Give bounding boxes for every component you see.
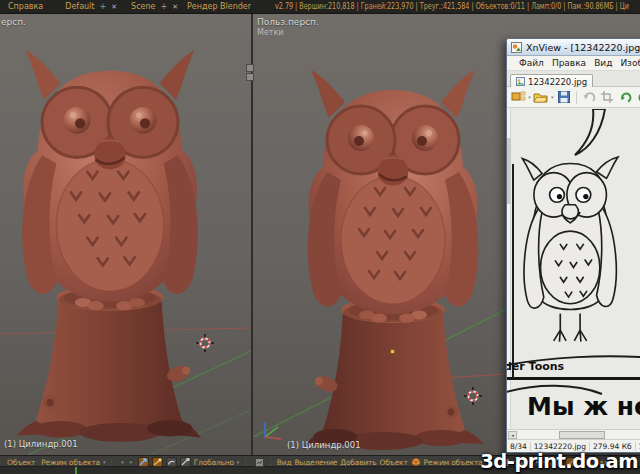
- object-origin-dot: [390, 349, 395, 354]
- owl-sculpt-model[interactable]: [0, 42, 228, 454]
- layout-add-button[interactable]: +: [99, 2, 106, 11]
- scale-widget-button[interactable]: [180, 457, 191, 467]
- menu-view[interactable]: Вид: [594, 58, 612, 68]
- orientation-dropdown[interactable]: Глобально: [194, 458, 234, 467]
- xnview-menubar: Файл Правка Вид Изображение: [507, 56, 640, 71]
- 3d-cursor[interactable]: [196, 334, 214, 352]
- site-watermark: 3d-print.do.am: [480, 450, 638, 473]
- rotate-widget-button[interactable]: [152, 457, 163, 467]
- tab-label: 12342220.jpg: [528, 77, 587, 87]
- xnview-titlebar[interactable]: XnView - [12342220.jpg]: [507, 39, 640, 56]
- menu-add[interactable]: Добавить: [340, 458, 376, 467]
- active-object-label: (1) Цилиндр.001: [287, 440, 361, 450]
- render-engine-selector[interactable]: Рендер Blender: [187, 2, 251, 11]
- viewport-left[interactable]: ерсп. (1) Цилиндр.001: [0, 14, 251, 455]
- scene-add-button[interactable]: +: [160, 2, 167, 11]
- view-name-label: Польз.персп.: [257, 17, 319, 27]
- mode-dropdown[interactable]: Режим объекта: [424, 458, 483, 467]
- mode-dropdown[interactable]: Режим объекта: [41, 458, 100, 467]
- caption-small-text: der Toons: [507, 360, 564, 373]
- xnview-toolbar: ▾ ▾: [507, 87, 640, 108]
- scrollbar-thumb[interactable]: [559, 431, 605, 439]
- rotate-cw-button[interactable]: [636, 89, 640, 106]
- comic-panel-border: [512, 164, 514, 380]
- rotate-tool-button[interactable]: [166, 457, 177, 467]
- menu-edit[interactable]: Правка: [552, 58, 586, 68]
- scene-selector[interactable]: Scene: [131, 2, 155, 11]
- menu-view[interactable]: Вид: [277, 458, 292, 467]
- open-dropdown-caret[interactable]: ▾: [551, 94, 554, 100]
- toolbar-separator: [576, 91, 577, 104]
- scroll-left-arrow[interactable]: ◂: [508, 431, 517, 439]
- scene-close-button[interactable]: ✕: [172, 3, 178, 11]
- rotate-ccw-button[interactable]: [617, 89, 633, 106]
- scene-statistics: v2.79 | Вершин:210,818 | Граней:223,970 …: [275, 2, 629, 11]
- xnview-window[interactable]: XnView - [12342220.jpg] Файл Правка Вид …: [506, 38, 640, 453]
- mini-axis-gizmo: [257, 418, 283, 444]
- crop-button[interactable]: [599, 89, 615, 106]
- 3d-cursor[interactable]: [464, 387, 482, 405]
- menu-select[interactable]: Выделение: [294, 458, 337, 467]
- menu-object[interactable]: Объект: [379, 458, 407, 467]
- xnview-app-icon: [511, 42, 522, 53]
- desktop: Справка Default + ✕ Scene + ✕ Рендер Ble…: [0, 0, 640, 474]
- object-mode-icon: [411, 457, 421, 467]
- blender-info-header: Справка Default + ✕ Scene + ✕ Рендер Ble…: [0, 0, 640, 14]
- horizontal-scrollbar[interactable]: ◂ ▸: [507, 429, 640, 439]
- active-object-label: (1) Цилиндр.001: [4, 439, 78, 449]
- window-title: XnView - [12342220.jpg]: [526, 42, 640, 53]
- region-corner-widgets[interactable]: [246, 64, 254, 82]
- open-button[interactable]: [533, 89, 549, 106]
- caption-large-text: Мы ж не: [527, 392, 640, 421]
- current-frame-indicator[interactable]: [75, 467, 77, 474]
- owl-cartoon-drawing: [516, 152, 626, 354]
- image-file-icon: [516, 77, 525, 86]
- browser-button[interactable]: [510, 89, 526, 106]
- editor-type-icon[interactable]: [255, 458, 264, 467]
- layout-selector[interactable]: Default: [65, 2, 94, 11]
- menu-file[interactable]: Файл: [519, 58, 544, 68]
- undo-button[interactable]: [581, 89, 597, 106]
- translate-widget-button[interactable]: [138, 457, 149, 467]
- help-menu[interactable]: Справка: [8, 2, 43, 11]
- browser-dropdown-caret[interactable]: ▾: [528, 94, 531, 100]
- menu-image[interactable]: Изображение: [620, 58, 640, 68]
- view-sub-label: Метки: [257, 28, 284, 37]
- save-button[interactable]: [556, 89, 572, 106]
- image-view-area[interactable]: der Toons Мы ж не: [507, 108, 640, 429]
- layout-close-button[interactable]: ✕: [111, 3, 117, 11]
- xnview-tabbar: 12342220.jpg: [507, 71, 640, 87]
- view-name-label: ерсп.: [1, 17, 26, 27]
- menu-object[interactable]: Объект: [7, 458, 35, 467]
